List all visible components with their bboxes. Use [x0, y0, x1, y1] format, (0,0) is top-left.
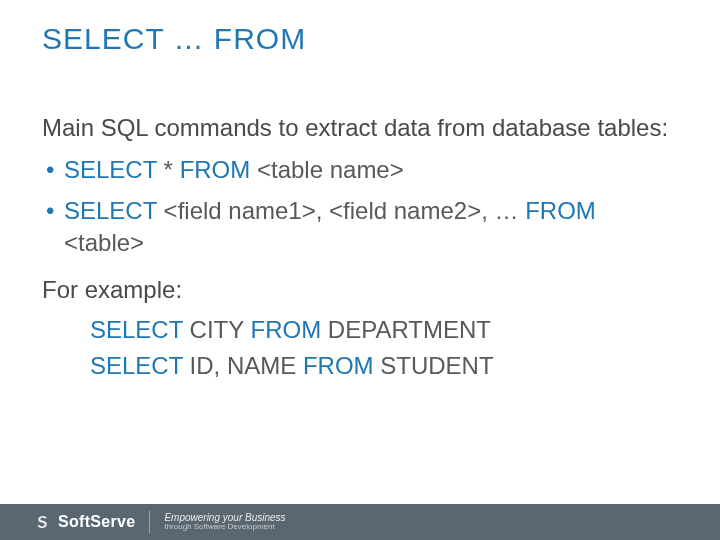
footer-tagline: Empowering your Business through Softwar…: [164, 512, 285, 532]
examples-block: SELECT CITY FROM DEPARTMENT SELECT ID, N…: [42, 314, 678, 383]
example-line: SELECT ID, NAME FROM STUDENT: [90, 350, 678, 382]
keyword-select: SELECT: [64, 197, 164, 224]
list-item: SELECT <field name1>, <field name2>, … F…: [42, 195, 678, 260]
text-segment: CITY: [190, 316, 251, 343]
softserve-logo-icon: [34, 513, 52, 531]
keyword-select: SELECT: [90, 352, 190, 379]
bullet-list: SELECT * FROM <table name> SELECT <field…: [42, 154, 678, 259]
text-segment: ID, NAME: [190, 352, 303, 379]
slide-body: Main SQL commands to extract data from d…: [42, 112, 678, 387]
text-segment: DEPARTMENT: [328, 316, 491, 343]
text-segment: STUDENT: [380, 352, 493, 379]
keyword-from: FROM: [180, 156, 257, 183]
slide: SELECT … FROM Main SQL commands to extra…: [0, 0, 720, 540]
footer-brand: SoftServe: [58, 513, 135, 531]
footer-tagline-line2: through Software Development: [164, 523, 285, 532]
keyword-from: FROM: [525, 197, 596, 224]
slide-title: SELECT … FROM: [42, 22, 306, 56]
keyword-from: FROM: [251, 316, 328, 343]
text-segment: <table>: [64, 229, 144, 256]
example-line: SELECT CITY FROM DEPARTMENT: [90, 314, 678, 346]
footer-bar: SoftServe Empowering your Business throu…: [0, 504, 720, 540]
text-segment: <table name>: [257, 156, 404, 183]
for-example-label: For example:: [42, 274, 678, 306]
keyword-select: SELECT: [90, 316, 190, 343]
text-segment: <field name1>, <field name2>, …: [164, 197, 526, 224]
text-segment: *: [164, 156, 180, 183]
keyword-from: FROM: [303, 352, 380, 379]
keyword-select: SELECT: [64, 156, 164, 183]
lead-text: Main SQL commands to extract data from d…: [42, 112, 678, 144]
footer-divider: [149, 511, 150, 533]
list-item: SELECT * FROM <table name>: [42, 154, 678, 186]
